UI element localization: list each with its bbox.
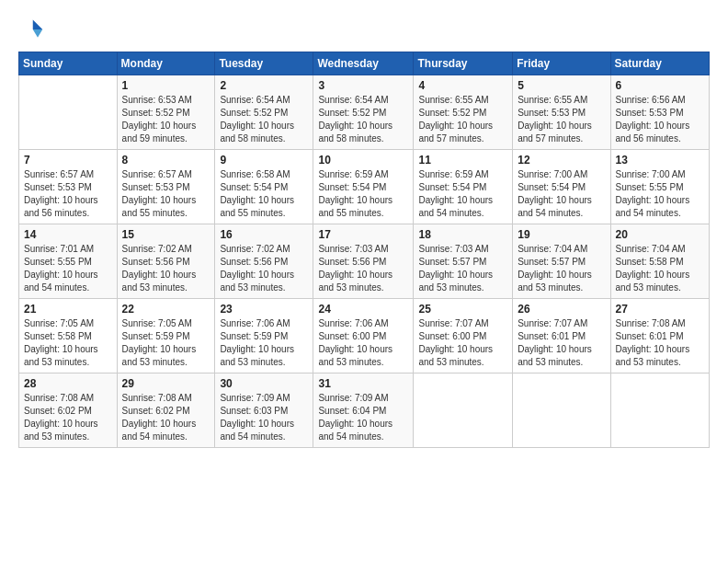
day-info: Sunrise: 6:55 AMSunset: 5:52 PMDaylight:… [418, 94, 507, 145]
week-row-2: 7Sunrise: 6:57 AMSunset: 5:53 PMDaylight… [19, 150, 710, 224]
week-row-5: 28Sunrise: 7:08 AMSunset: 6:02 PMDayligh… [19, 373, 710, 448]
weekday-header-monday: Monday [117, 52, 215, 75]
calendar-cell: 21Sunrise: 7:05 AMSunset: 5:58 PMDayligh… [19, 299, 118, 373]
day-number: 18 [418, 228, 507, 241]
calendar-cell [513, 373, 610, 448]
day-number: 28 [24, 377, 112, 390]
day-info: Sunrise: 7:08 AMSunset: 6:01 PMDaylight:… [616, 317, 704, 369]
page: SundayMondayTuesdayWednesdayThursdayFrid… [0, 0, 728, 563]
day-number: 15 [122, 228, 210, 241]
day-number: 12 [518, 154, 605, 167]
calendar-cell: 3Sunrise: 6:54 AMSunset: 5:52 PMDaylight… [313, 75, 414, 150]
calendar-cell: 25Sunrise: 7:07 AMSunset: 6:00 PMDayligh… [414, 299, 513, 373]
week-row-3: 14Sunrise: 7:01 AMSunset: 5:55 PMDayligh… [19, 224, 710, 299]
day-number: 19 [518, 228, 605, 241]
calendar-cell [19, 75, 118, 150]
day-number: 27 [616, 303, 704, 316]
day-number: 3 [318, 79, 408, 92]
day-info: Sunrise: 7:02 AMSunset: 5:56 PMDaylight:… [220, 243, 308, 294]
calendar-cell: 11Sunrise: 6:59 AMSunset: 5:54 PMDayligh… [414, 150, 513, 224]
calendar-cell: 2Sunrise: 6:54 AMSunset: 5:52 PMDaylight… [215, 75, 313, 150]
week-row-4: 21Sunrise: 7:05 AMSunset: 5:58 PMDayligh… [19, 299, 710, 373]
calendar-cell: 1Sunrise: 6:53 AMSunset: 5:52 PMDaylight… [117, 75, 215, 150]
day-number: 31 [318, 377, 408, 390]
day-info: Sunrise: 7:00 AMSunset: 5:55 PMDaylight:… [616, 168, 704, 220]
weekday-header-saturday: Saturday [610, 52, 709, 75]
day-number: 17 [318, 228, 408, 241]
calendar-cell: 8Sunrise: 6:57 AMSunset: 5:53 PMDaylight… [117, 150, 215, 224]
day-info: Sunrise: 7:08 AMSunset: 6:02 PMDaylight:… [122, 392, 210, 443]
week-row-1: 1Sunrise: 6:53 AMSunset: 5:52 PMDaylight… [19, 75, 710, 150]
weekday-header-thursday: Thursday [414, 52, 513, 75]
calendar-cell: 31Sunrise: 7:09 AMSunset: 6:04 PMDayligh… [313, 373, 414, 448]
day-info: Sunrise: 6:59 AMSunset: 5:54 PMDaylight:… [418, 168, 507, 220]
calendar-cell: 16Sunrise: 7:02 AMSunset: 5:56 PMDayligh… [215, 224, 313, 299]
day-info: Sunrise: 7:06 AMSunset: 6:00 PMDaylight:… [318, 317, 408, 369]
calendar-cell: 23Sunrise: 7:06 AMSunset: 5:59 PMDayligh… [215, 299, 313, 373]
day-number: 14 [24, 228, 112, 241]
weekday-header-row: SundayMondayTuesdayWednesdayThursdayFrid… [19, 52, 710, 75]
calendar-cell: 9Sunrise: 6:58 AMSunset: 5:54 PMDaylight… [215, 150, 313, 224]
day-number: 22 [122, 303, 210, 316]
day-number: 24 [318, 303, 408, 316]
logo [18, 17, 48, 42]
day-info: Sunrise: 7:09 AMSunset: 6:03 PMDaylight:… [220, 392, 308, 443]
weekday-header-wednesday: Wednesday [313, 52, 414, 75]
calendar-cell: 20Sunrise: 7:04 AMSunset: 5:58 PMDayligh… [610, 224, 709, 299]
calendar-cell: 4Sunrise: 6:55 AMSunset: 5:52 PMDaylight… [414, 75, 513, 150]
weekday-header-sunday: Sunday [19, 52, 118, 75]
day-number: 20 [616, 228, 704, 241]
calendar-cell: 30Sunrise: 7:09 AMSunset: 6:03 PMDayligh… [215, 373, 313, 448]
calendar-cell [610, 373, 709, 448]
day-number: 6 [616, 79, 704, 92]
calendar-cell: 26Sunrise: 7:07 AMSunset: 6:01 PMDayligh… [513, 299, 610, 373]
day-info: Sunrise: 7:04 AMSunset: 5:57 PMDaylight:… [518, 243, 605, 294]
calendar-cell: 19Sunrise: 7:04 AMSunset: 5:57 PMDayligh… [513, 224, 610, 299]
day-info: Sunrise: 6:56 AMSunset: 5:53 PMDaylight:… [616, 94, 704, 145]
day-number: 25 [418, 303, 507, 316]
day-info: Sunrise: 6:54 AMSunset: 5:52 PMDaylight:… [220, 94, 308, 145]
day-info: Sunrise: 7:05 AMSunset: 5:58 PMDaylight:… [24, 317, 112, 369]
day-number: 2 [220, 79, 308, 92]
day-number: 7 [24, 154, 112, 167]
calendar-cell: 24Sunrise: 7:06 AMSunset: 6:00 PMDayligh… [313, 299, 414, 373]
day-number: 29 [122, 377, 210, 390]
calendar-cell: 10Sunrise: 6:59 AMSunset: 5:54 PMDayligh… [313, 150, 414, 224]
calendar-cell: 28Sunrise: 7:08 AMSunset: 6:02 PMDayligh… [19, 373, 118, 448]
logo-icon [18, 17, 44, 42]
day-info: Sunrise: 7:09 AMSunset: 6:04 PMDaylight:… [318, 392, 408, 443]
day-number: 16 [220, 228, 308, 241]
calendar-cell: 15Sunrise: 7:02 AMSunset: 5:56 PMDayligh… [117, 224, 215, 299]
day-number: 9 [220, 154, 308, 167]
weekday-header-tuesday: Tuesday [215, 52, 313, 75]
calendar-cell: 6Sunrise: 6:56 AMSunset: 5:53 PMDaylight… [610, 75, 709, 150]
day-info: Sunrise: 7:03 AMSunset: 5:57 PMDaylight:… [418, 243, 507, 294]
day-number: 4 [418, 79, 507, 92]
svg-marker-0 [33, 20, 43, 30]
day-info: Sunrise: 6:58 AMSunset: 5:54 PMDaylight:… [220, 168, 308, 220]
day-info: Sunrise: 7:06 AMSunset: 5:59 PMDaylight:… [220, 317, 308, 369]
calendar-cell: 17Sunrise: 7:03 AMSunset: 5:56 PMDayligh… [313, 224, 414, 299]
calendar-cell: 18Sunrise: 7:03 AMSunset: 5:57 PMDayligh… [414, 224, 513, 299]
day-info: Sunrise: 7:07 AMSunset: 6:01 PMDaylight:… [518, 317, 605, 369]
day-info: Sunrise: 7:01 AMSunset: 5:55 PMDaylight:… [24, 243, 112, 294]
day-info: Sunrise: 7:08 AMSunset: 6:02 PMDaylight:… [24, 392, 112, 443]
calendar-cell: 12Sunrise: 7:00 AMSunset: 5:54 PMDayligh… [513, 150, 610, 224]
day-info: Sunrise: 6:57 AMSunset: 5:53 PMDaylight:… [24, 168, 112, 220]
calendar-cell: 27Sunrise: 7:08 AMSunset: 6:01 PMDayligh… [610, 299, 709, 373]
calendar-cell: 14Sunrise: 7:01 AMSunset: 5:55 PMDayligh… [19, 224, 118, 299]
day-info: Sunrise: 7:04 AMSunset: 5:58 PMDaylight:… [616, 243, 704, 294]
day-number: 1 [122, 79, 210, 92]
day-info: Sunrise: 6:59 AMSunset: 5:54 PMDaylight:… [318, 168, 408, 220]
day-info: Sunrise: 6:55 AMSunset: 5:53 PMDaylight:… [518, 94, 605, 145]
header [18, 17, 710, 42]
day-info: Sunrise: 7:07 AMSunset: 6:00 PMDaylight:… [418, 317, 507, 369]
day-number: 21 [24, 303, 112, 316]
weekday-header-friday: Friday [513, 52, 610, 75]
day-info: Sunrise: 6:57 AMSunset: 5:53 PMDaylight:… [122, 168, 210, 220]
day-number: 8 [122, 154, 210, 167]
calendar-cell: 22Sunrise: 7:05 AMSunset: 5:59 PMDayligh… [117, 299, 215, 373]
day-number: 30 [220, 377, 308, 390]
day-info: Sunrise: 7:02 AMSunset: 5:56 PMDaylight:… [122, 243, 210, 294]
calendar-cell: 29Sunrise: 7:08 AMSunset: 6:02 PMDayligh… [117, 373, 215, 448]
